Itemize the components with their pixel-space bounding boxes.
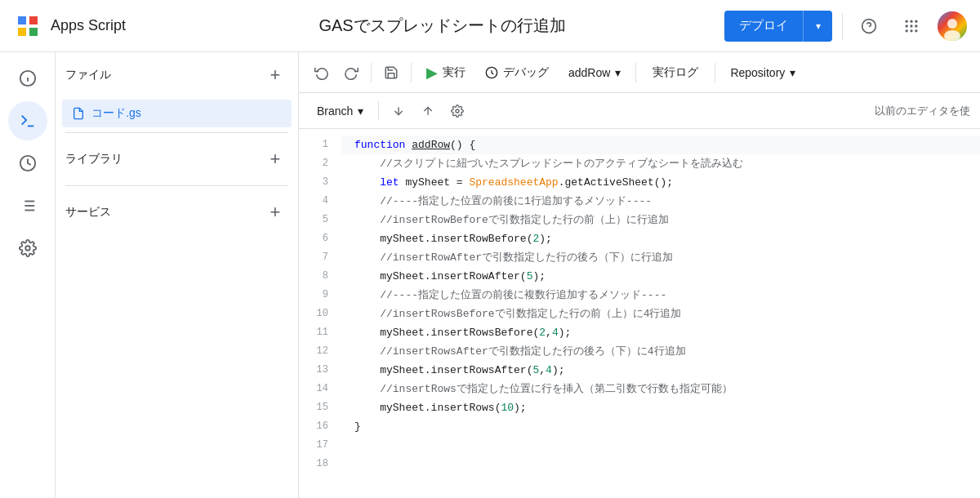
debug-icon <box>485 66 498 79</box>
svg-point-7 <box>906 20 908 22</box>
repository-button[interactable]: Repository ▾ <box>722 63 804 82</box>
branch-settings-icon <box>451 104 464 118</box>
branch-settings-btn[interactable] <box>444 98 470 124</box>
sidebar-icon-info[interactable] <box>8 59 47 98</box>
add-library-button[interactable]: + <box>262 146 288 172</box>
line-num-14: 14 <box>299 380 341 398</box>
apps-button[interactable] <box>895 10 928 42</box>
svg-marker-2 <box>29 16 38 24</box>
svg-marker-4 <box>29 28 38 36</box>
line-num-8: 8 <box>299 267 341 286</box>
line-num-7: 7 <box>299 248 341 267</box>
sidebar-icon-settings[interactable] <box>8 229 47 268</box>
file-icon <box>72 107 85 120</box>
code-line-13: //insertRowsAfterで引数指定した行の後ろ（下）に4行追加 <box>341 342 980 361</box>
svg-point-33 <box>456 109 459 113</box>
run-label: 実行 <box>443 65 466 80</box>
header-actions: デプロイ ▾ <box>724 10 967 42</box>
run-button[interactable]: ▶ 実行 <box>418 60 474 85</box>
line-num-10: 10 <box>299 305 341 323</box>
deploy-button[interactable]: デプロイ ▾ <box>724 11 832 42</box>
code-line-2: //スクリプトに紐づいたスプレッドシートのアクティブなシートを読み込む <box>341 154 980 173</box>
code-line-9: mySheet.insertRowAfter(5); <box>341 267 980 286</box>
line-num-13: 13 <box>299 361 341 380</box>
code-line-7: mySheet.insertRowBefore(2); <box>341 229 980 248</box>
line-numbers: 1 2 3 4 5 6 7 8 9 10 11 12 13 14 15 16 1… <box>299 129 341 498</box>
file-panel: ファイル + コード.gs ライブラリ + サービス + <box>56 52 299 498</box>
svg-point-15 <box>915 29 917 32</box>
line-num-12: 12 <box>299 342 341 361</box>
files-list: コード.gs <box>56 98 298 129</box>
toolbar-divider-3 <box>635 63 636 82</box>
code-editor[interactable]: 1 2 3 4 5 6 7 8 9 10 11 12 13 14 15 16 1… <box>299 129 980 498</box>
apps-script-logo <box>13 11 42 41</box>
debug-label: デバッグ <box>503 65 549 80</box>
file-item-code-gs[interactable]: コード.gs <box>62 100 292 127</box>
save-button[interactable] <box>378 60 404 86</box>
code-line-18: } <box>341 417 980 436</box>
line-num-6: 6 <box>299 229 341 248</box>
svg-point-12 <box>915 24 917 27</box>
add-file-button[interactable]: + <box>262 62 288 88</box>
code-line-1: function addRow() { <box>341 136 980 154</box>
line-num-11: 11 <box>299 323 341 342</box>
code-line-16: //insertRowsで指定した位置に行を挿入（第二引数で行数も指定可能） <box>341 380 980 398</box>
code-line-11: //insertRowsBeforeで引数指定した行の前（上）に4行追加 <box>341 305 980 323</box>
run-icon: ▶ <box>426 64 438 82</box>
toolbar-divider-2 <box>411 63 412 82</box>
help-button[interactable] <box>853 10 885 42</box>
editor-hint: 以前のエディタを使 <box>875 104 970 118</box>
branch-selector[interactable]: Branch ▾ <box>309 101 372 121</box>
info-icon <box>19 69 37 87</box>
line-num-15: 15 <box>299 398 341 417</box>
svg-point-30 <box>25 246 30 251</box>
help-icon <box>861 18 877 34</box>
debug-button[interactable]: デバッグ <box>477 62 557 83</box>
panel-divider-1 <box>65 132 288 133</box>
repo-dropdown-icon: ▾ <box>790 66 795 79</box>
line-num-18: 18 <box>299 455 341 474</box>
user-avatar[interactable] <box>938 11 967 41</box>
code-line-8: //insertRowAfterで引数指定した行の後ろ（下）に行追加 <box>341 248 980 267</box>
editor-toolbar: ▶ 実行 デバッグ addRow ▾ 実行ログ Repository <box>299 52 980 93</box>
sidebar-icon-editor[interactable] <box>8 101 47 140</box>
line-num-1: 1 <box>299 136 341 154</box>
save-icon <box>384 65 399 80</box>
main-body: ファイル + コード.gs ライブラリ + サービス + <box>0 52 980 498</box>
add-service-button[interactable]: + <box>262 199 288 225</box>
deploy-dropdown-icon[interactable]: ▾ <box>803 11 832 42</box>
line-num-3: 3 <box>299 173 341 192</box>
branch-label: Branch <box>317 104 353 118</box>
function-selector[interactable]: addRow ▾ <box>560 63 629 82</box>
toolbar-divider-4 <box>715 63 715 82</box>
svg-point-11 <box>910 24 912 27</box>
line-num-5: 5 <box>299 211 341 229</box>
function-dropdown-icon: ▾ <box>615 66 621 79</box>
app-title: Apps Script <box>51 17 126 34</box>
code-line-5: //----指定した位置の前後に1行追加するメソッド---- <box>341 192 980 211</box>
branch-pull-btn[interactable] <box>385 98 412 124</box>
log-button[interactable]: 実行ログ <box>643 62 708 83</box>
services-label: サービス <box>65 205 111 220</box>
line-num-16: 16 <box>299 417 341 436</box>
svg-point-13 <box>906 29 908 32</box>
svg-point-17 <box>947 19 957 29</box>
toolbar-divider-1 <box>371 63 372 82</box>
sidebar-icon-executions[interactable] <box>8 186 47 225</box>
code-line-12: mySheet.insertRowsBefore(2,4); <box>341 323 980 342</box>
sidebar-icons <box>0 52 56 498</box>
sidebar-icon-triggers[interactable] <box>8 144 47 183</box>
svg-marker-3 <box>18 28 26 36</box>
files-section-header: ファイル + <box>56 52 298 98</box>
code-line-3: let mySheet = SpreadsheetApp.getActiveSh… <box>341 173 980 192</box>
branch-dropdown-icon: ▾ <box>358 104 363 118</box>
branch-push-btn[interactable] <box>415 98 441 124</box>
redo-button[interactable] <box>338 60 364 86</box>
code-content[interactable]: function addRow() { //スクリプトに紐づいたスプレッドシート… <box>341 129 980 498</box>
apps-icon <box>903 18 920 34</box>
file-name: コード.gs <box>91 106 141 121</box>
editor-area: ▶ 実行 デバッグ addRow ▾ 実行ログ Repository <box>299 52 980 498</box>
undo-button[interactable] <box>309 60 335 86</box>
code-line-6: //insertRowBeforeで引数指定した行の前（上）に行追加 <box>341 211 980 229</box>
push-icon <box>421 104 434 118</box>
